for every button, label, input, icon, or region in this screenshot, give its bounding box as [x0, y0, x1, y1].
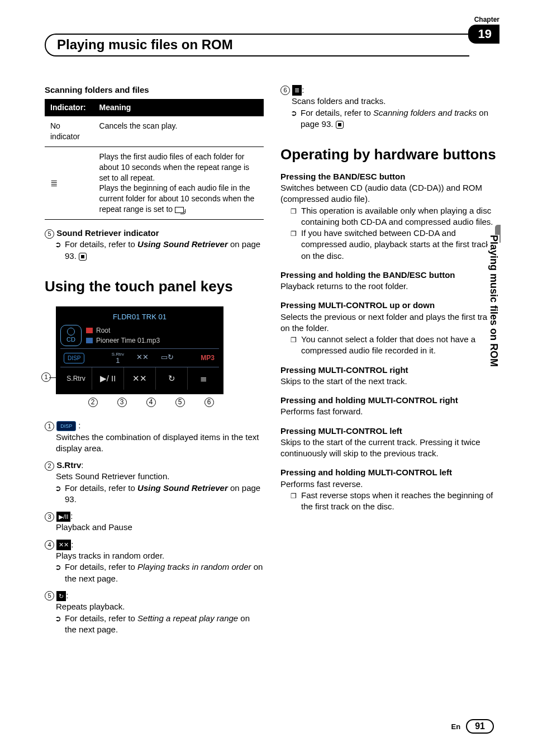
touch-5-ref: For details, refer to Setting a repeat p… [65, 613, 264, 636]
section-hardware-buttons: Operating by hardware buttons [280, 147, 499, 163]
ref-link[interactable]: Scanning folders and tracks [373, 108, 477, 117]
action-mc-updown: Pressing MULTI-CONTROL up or down [280, 300, 499, 311]
touch-2-body: Sets Sound Retriever function. [45, 471, 264, 482]
disp-button[interactable]: DISP [64, 353, 84, 364]
th-meaning: Meaning [94, 99, 264, 116]
list-icon: ≣ [50, 178, 58, 188]
th-indicator: Indicator: [45, 99, 94, 116]
srtrv-ind-num: 1 [116, 357, 120, 364]
scan-desc-a: Plays the first audio files of each fold… [99, 152, 250, 182]
fig-callout-6: 6 [204, 398, 214, 407]
chapter-label: Chapter [468, 16, 499, 23]
action-hold-mc-left-body: Performs fast reverse. [280, 479, 499, 490]
touch-4-ref: For details, refer to Playing tracks in … [65, 561, 264, 584]
action-mc-left: Pressing MULTI-CONTROL left [280, 426, 499, 437]
ref-arrow-icon [55, 239, 61, 262]
touch-2-ref: For details, refer to Using Sound Retrie… [65, 483, 264, 505]
action-hold-band-esc-body: Playback returns to the root folder. [280, 281, 499, 292]
touch-6-ref: For details, refer to Scanning folders a… [301, 107, 499, 130]
shuffle-ind-icon: ✕✕ [136, 352, 149, 364]
table-row: No indicator Cancels the scan play. [45, 116, 264, 147]
footer-page-number: 91 [466, 719, 494, 734]
action-mc-updown-body: Selects the previous or next folder and … [280, 311, 499, 334]
shuffle-button[interactable]: ✕✕ [124, 367, 156, 390]
touch-3-num: 3 [45, 512, 54, 522]
device-screen: FLDR01 TRK 01 CD Root Pioneer Time 01.mp… [56, 306, 223, 395]
action-mc-left-body: Skips to the start of the current track.… [280, 437, 499, 460]
disp-chip-icon: DISP [56, 421, 76, 431]
section-touch-panel: Using the touch panel keys [45, 278, 264, 295]
footer-lang: En [451, 722, 461, 731]
touch-2-label: S.Rtrv [56, 460, 81, 470]
callout-5: 5 [45, 229, 54, 239]
side-tab-label: Playing music files on ROM [488, 235, 499, 367]
action-hold-band-esc: Pressing and holding the BAND/ESC button [280, 270, 499, 281]
ref-text: For details, refer to Using Sound Retrie… [65, 239, 264, 262]
scan-table: Indicator: Meaning No indicator Cancels … [45, 99, 264, 220]
action-hold-mc-left: Pressing and holding MULTI-CONTROL left [280, 467, 499, 478]
action-mc-right: Pressing MULTI-CONTROL right [280, 365, 499, 376]
page-title: Playing music files on ROM [45, 34, 469, 56]
touch-2-num: 2 [45, 461, 54, 471]
list-icon: ≣ [292, 85, 302, 96]
note: You cannot select a folder that does not… [280, 334, 499, 357]
repeat-range-ind-icon: ▭↻ [161, 352, 174, 364]
scanning-heading: Scanning folders and files [45, 84, 264, 96]
touch-6-body: Scans folders and tracks. [280, 96, 499, 107]
repeat-range-icon [175, 207, 184, 213]
srtrv-button[interactable]: S.Rtrv [60, 367, 92, 390]
fig-callout-5: 5 [175, 398, 185, 407]
ref-link[interactable]: Setting a repeat play range [137, 613, 238, 623]
ref-arrow-icon [291, 107, 297, 130]
touch-5-num: 5 [45, 591, 54, 601]
play-pause-button[interactable]: ▶/ II [92, 367, 124, 390]
cell-no-indicator: No indicator [45, 116, 94, 147]
touch-1-num: 1 [45, 422, 54, 431]
touch-6-num: 6 [280, 86, 290, 95]
table-row: ≣ Plays the first audio files of each fo… [45, 147, 264, 219]
right-column: 6 ≣: Scans folders and tracks. For detai… [280, 84, 499, 641]
note: Fast reverse stops when it reaches the b… [280, 490, 499, 513]
folder-icon [86, 328, 93, 333]
touch-4-num: 4 [45, 540, 54, 550]
sound-retriever-indicator-label: Sound Retriever indicator [56, 228, 159, 238]
chapter-number-badge: 19 [468, 25, 499, 44]
note: If you have switched between CD-DA and c… [280, 228, 499, 262]
end-mark-icon [79, 253, 87, 261]
ref-arrow-icon [55, 613, 61, 636]
action-band-esc-body: Switches between CD (audio data (CD-DA))… [280, 182, 499, 205]
device-figure: 1 FLDR01 TRK 01 CD Root Pioneer Time 01.… [56, 306, 264, 409]
note: This operation is available only when pl… [280, 205, 499, 228]
ref-link[interactable]: Using Sound Retriever [137, 239, 228, 249]
cell-play-desc: Plays the first audio files of each fold… [94, 147, 264, 219]
device-root: Root [96, 326, 110, 335]
device-file: Pioneer Time 01.mp3 [96, 336, 160, 345]
play-pause-icon: ▶/II [56, 512, 70, 522]
device-track: FLDR01 TRK 01 [60, 311, 219, 323]
shuffle-icon: ✕✕ [56, 540, 71, 550]
fig-callout-4: 4 [146, 398, 156, 407]
fig-callout-2: 2 [88, 398, 98, 407]
list-button[interactable]: ≣ [188, 367, 219, 390]
cell-cancel: Cancels the scan play. [94, 116, 264, 147]
ref-link[interactable]: Using Sound Retriever [137, 483, 228, 493]
cd-icon: CD [60, 325, 82, 346]
folder-icon [86, 338, 93, 343]
touch-5-body: Repeats playback. [45, 601, 264, 612]
ref-link[interactable]: Playing tracks in random order [137, 562, 251, 571]
repeat-button[interactable]: ↻ [156, 367, 188, 390]
action-hold-mc-right-body: Performs fast forward. [280, 406, 499, 417]
action-hold-mc-right: Pressing and holding MULTI-CONTROL right [280, 395, 499, 406]
action-band-esc: Pressing the BAND/ESC button [280, 171, 499, 182]
touch-3-body: Playback and Pause [45, 522, 264, 533]
cell-list-icon: ≣ [45, 147, 94, 219]
action-mc-right-body: Skips to the start of the next track. [280, 376, 499, 387]
ref-arrow-icon [55, 561, 61, 584]
fig-callout-3: 3 [117, 398, 127, 407]
mp3-indicator: MP3 [201, 353, 215, 362]
touch-1-body: Switches the combination of displayed it… [45, 432, 264, 455]
ref-arrow-icon [55, 483, 61, 505]
end-mark-icon [336, 121, 344, 129]
left-column: Scanning folders and files Indicator: Me… [45, 84, 264, 641]
touch-4-body: Plays tracks in random order. [45, 550, 264, 561]
